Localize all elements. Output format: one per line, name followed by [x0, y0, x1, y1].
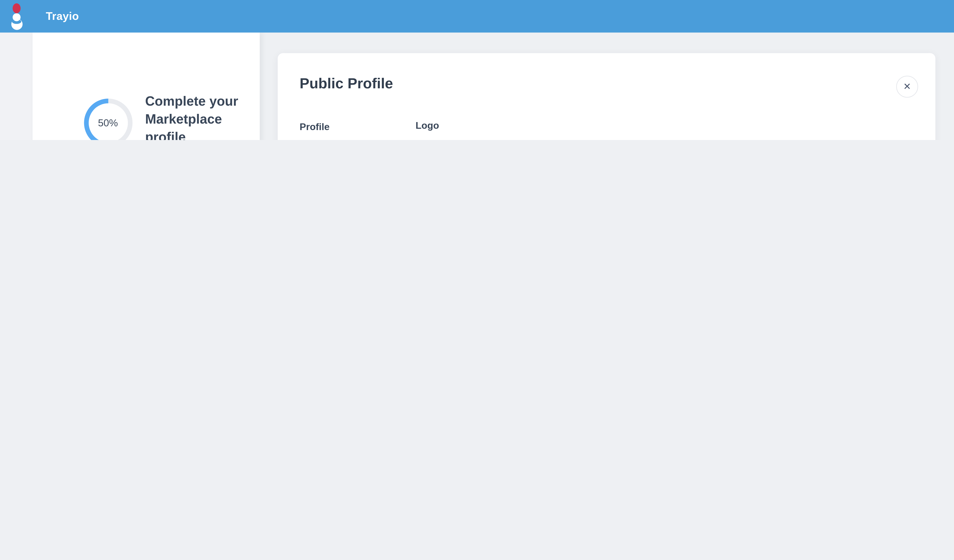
public-profile-panel: Public Profile ✕ Profile Logo Upload a p…: [277, 53, 935, 140]
logo-head-shape: [12, 13, 20, 21]
top-nav-bar: Trayio: [0, 0, 954, 33]
app-window: Trayio 50% Complete your Marketplace pro…: [0, 0, 954, 140]
app-title: Trayio: [46, 0, 79, 33]
progress-ring: 50%: [83, 98, 133, 140]
close-icon: ✕: [903, 81, 911, 92]
logo-red-dot: [12, 3, 20, 13]
profile-section-label: Profile: [299, 121, 329, 132]
logo-field-label: Logo: [416, 120, 439, 131]
close-button[interactable]: ✕: [896, 76, 918, 98]
page-title: Public Profile: [299, 75, 393, 92]
checklist-title: Complete your Marketplace profile: [145, 92, 238, 140]
left-rail: [0, 33, 32, 140]
onboarding-checklist-panel: 50% Complete your Marketplace profile 3 …: [32, 33, 260, 140]
brand-logo-icon[interactable]: [10, 3, 23, 30]
progress-percent-label: 50%: [83, 98, 133, 140]
